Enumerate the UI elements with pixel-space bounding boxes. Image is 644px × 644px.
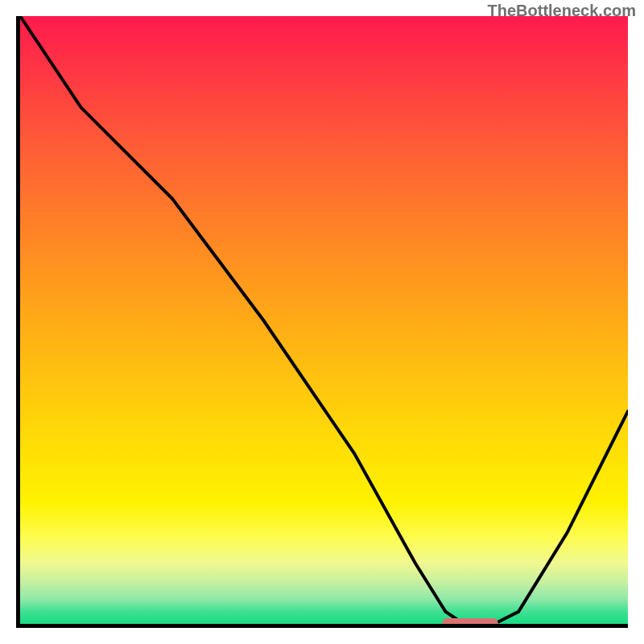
chart-marker xyxy=(442,618,498,628)
chart-plot-area xyxy=(16,16,628,628)
chart-curve xyxy=(20,16,628,624)
watermark-text: TheBottleneck.com xyxy=(488,2,636,20)
